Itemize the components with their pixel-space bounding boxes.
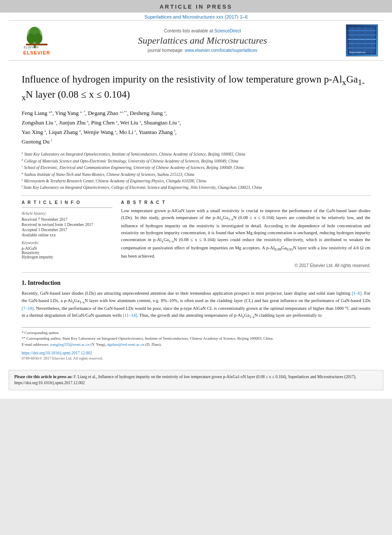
copyright: © 2017 Elsevier Ltd. All rights reserved… bbox=[121, 263, 370, 268]
affiliation-f: f State Key Laboratory on Integrated Opt… bbox=[22, 184, 370, 191]
ref-1-6[interactable]: [1–6] bbox=[352, 291, 362, 296]
keywords-label: Keywords: bbox=[22, 241, 112, 245]
svg-text:Superlattices: Superlattices bbox=[349, 51, 366, 54]
footnote-corresponding1: * Corresponding author. bbox=[22, 330, 370, 336]
ref-11-14[interactable]: [11–14] bbox=[123, 313, 137, 318]
section-divider bbox=[22, 195, 370, 196]
affiliation-c: c School of Electronic, Electrical and C… bbox=[22, 164, 370, 171]
received-date: Received 7 November 2017 bbox=[22, 217, 112, 222]
article-info-column: A R T I C L E I N F O Article history: R… bbox=[22, 200, 112, 268]
body-divider bbox=[22, 272, 370, 273]
main-body: Influence of hydrogen impurity on the re… bbox=[0, 61, 392, 365]
authors-line: Feng Liang a,b, Ying Yang a, *, Degang Z… bbox=[22, 108, 370, 146]
keyword-3: Hydrogen impurity bbox=[22, 255, 112, 259]
article-title: Influence of hydrogen impurity on the re… bbox=[22, 73, 370, 103]
article-info-heading: A R T I C L E I N F O bbox=[22, 200, 112, 205]
affiliation-a: a State Key Laboratory on Integrated Opt… bbox=[22, 151, 370, 157]
journal-logo: Superlattices bbox=[344, 24, 379, 57]
journal-subtitle: Superlattices and Microstructures xxx (2… bbox=[0, 13, 392, 20]
affiliations: a State Key Laboratory on Integrated Opt… bbox=[22, 151, 370, 191]
email-link-1[interactable]: yangjing333@semi.ac.cn bbox=[50, 342, 89, 347]
info-divider bbox=[22, 207, 112, 208]
elsevier-logo-area: ELSEVIER ELSEVIER bbox=[13, 24, 61, 57]
sciencedirect-link[interactable]: ScienceDirect bbox=[214, 29, 241, 33]
keyword-2: Resistivity bbox=[22, 251, 112, 255]
accepted-date: Accepted 1 December 2017 bbox=[22, 228, 112, 232]
issn-line: 0749-6036/© 2017 Elsevier Ltd. All right… bbox=[22, 356, 370, 360]
cite-label: Please cite this article in press as: bbox=[14, 375, 73, 379]
svg-point-4 bbox=[34, 33, 42, 44]
journal-logo-box: Superlattices bbox=[346, 24, 378, 57]
svg-rect-5 bbox=[26, 44, 48, 45]
introduction-heading: 1. Introduction bbox=[22, 280, 370, 287]
introduction-paragraph: Recently, GaN-based laser diodes (LDs) a… bbox=[22, 290, 370, 320]
email-link-2[interactable]: dgzhao@red.semi.ac.cn bbox=[107, 342, 144, 347]
abstract-text: Low temperature grown p-AlGaN layer with… bbox=[121, 207, 370, 260]
info-abstract-section: A R T I C L E I N F O Article history: R… bbox=[22, 200, 370, 268]
article-in-press-banner: ARTICLE IN PRESS bbox=[0, 0, 392, 13]
affiliation-b: b College of Materials Science and Opto-… bbox=[22, 158, 370, 164]
journal-homepage: journal homepage: www.elsevier.com/locat… bbox=[65, 48, 340, 53]
abstract-column: A B S T R A C T Low temperature grown p-… bbox=[121, 200, 370, 268]
journal-title: Superlattices and Microstructures bbox=[65, 35, 340, 46]
available-online: Available online xxx bbox=[22, 233, 112, 237]
svg-rect-8 bbox=[349, 27, 375, 54]
ref-7-10[interactable]: [7–10] bbox=[22, 306, 34, 311]
cite-box: Please cite this article in press as: F.… bbox=[9, 370, 383, 390]
based-word: based bbox=[50, 291, 61, 296]
journal-center-info: Contents lists available at ScienceDirec… bbox=[65, 24, 340, 57]
contents-available-text: Contents lists available at ScienceDirec… bbox=[65, 29, 340, 33]
keyword-1: p-AlGaN bbox=[22, 246, 112, 251]
affiliation-d: d Suzhou Institute of Nano-Tech and Nano… bbox=[22, 171, 370, 178]
affiliation-e: e Microsystem & Terahertz Research Cente… bbox=[22, 178, 370, 184]
history-label: Article history: bbox=[22, 211, 112, 216]
abstract-heading: A B S T R A C T bbox=[121, 200, 370, 205]
doi-link[interactable]: https://doi.org/10.1016/j.spmi.2017.12.0… bbox=[22, 351, 370, 355]
footnote-email: E-mail addresses: yangjing333@semi.ac.cn… bbox=[22, 342, 370, 348]
footnote-corresponding2: ** Corresponding author, State Key Labor… bbox=[22, 336, 370, 342]
svg-text:ELSEVIER: ELSEVIER bbox=[24, 46, 38, 49]
footnote-section: * Corresponding author. ** Corresponding… bbox=[22, 327, 370, 361]
homepage-url[interactable]: www.elsevier.com/locate/superlattices bbox=[185, 48, 257, 53]
elsevier-tree-icon: ELSEVIER bbox=[22, 25, 52, 49]
elsevier-label: ELSEVIER bbox=[23, 50, 50, 55]
journal-header: ELSEVIER ELSEVIER Contents lists availab… bbox=[9, 20, 383, 61]
banner-text: ARTICLE IN PRESS bbox=[159, 3, 233, 10]
received-revised-date: Received in revised form 1 December 2017 bbox=[22, 223, 112, 227]
